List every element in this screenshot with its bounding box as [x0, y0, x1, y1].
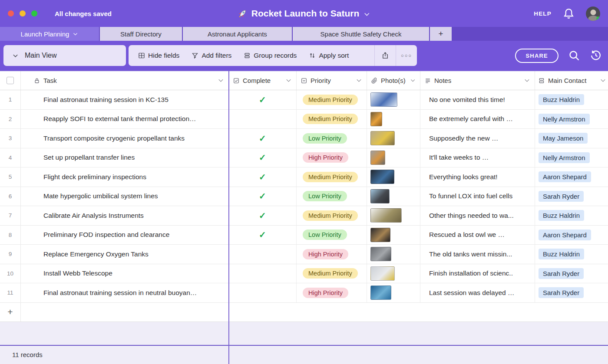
cell-priority[interactable]: Medium Priority	[297, 110, 367, 129]
cell-complete[interactable]	[229, 283, 297, 302]
cell-photos[interactable]	[367, 206, 420, 225]
photo-thumbnail[interactable]	[370, 208, 402, 223]
column-header-photos[interactable]: Photo(s)	[367, 71, 420, 90]
tab-launch-planning[interactable]: Launch Planning	[0, 27, 99, 41]
table-row[interactable]: 9 Replace Emergency Oxygen Tanks High Pr…	[0, 245, 608, 264]
table-row[interactable]: 11 Final astronaut training session in n…	[0, 283, 608, 303]
cell-complete[interactable]: ✓	[229, 187, 297, 206]
photo-thumbnail[interactable]	[370, 92, 397, 107]
cell-priority[interactable]: Low Priority	[297, 226, 367, 245]
help-button[interactable]: HELP	[534, 10, 552, 17]
tab-staff-directory[interactable]: Staff Directory	[100, 27, 182, 41]
cell-priority[interactable]: High Priority	[297, 283, 367, 302]
cell-photos[interactable]	[367, 129, 420, 148]
cell-contact[interactable]: Buzz Haldrin	[535, 90, 608, 109]
cell-task[interactable]: Final astronaut training session in KC-1…	[21, 90, 229, 109]
cell-task[interactable]: Set up propellant transfer lines	[21, 148, 229, 167]
cell-contact[interactable]: Nelly Armstron	[535, 110, 608, 129]
cell-complete[interactable]: ✓	[229, 148, 297, 167]
cell-priority[interactable]: Medium Priority	[297, 90, 367, 109]
photo-thumbnail[interactable]	[370, 170, 394, 184]
table-row[interactable]: 10 Install Webb Telescope Medium Priorit…	[0, 264, 608, 284]
table-row[interactable]: 4 Set up propellant transfer lines ✓ Hig…	[0, 148, 608, 168]
search-icon[interactable]	[568, 49, 580, 62]
window-zoom-button[interactable]	[31, 10, 37, 16]
cell-contact[interactable]: Aaron Shepard	[535, 167, 608, 187]
cell-notes[interactable]: Supposedly the new …	[420, 129, 535, 148]
cell-notes[interactable]: Rescued a lost owl we …	[420, 226, 535, 245]
cell-task[interactable]: Preliminary FOD inspection and clearance	[21, 226, 229, 245]
cell-complete[interactable]	[229, 110, 297, 129]
share-view-button[interactable]	[375, 45, 396, 66]
apply-sort-button[interactable]: Apply sort	[303, 45, 355, 66]
table-row[interactable]: 2 Reapply SOFI to external tank thermal …	[0, 110, 608, 129]
cell-task[interactable]: Reapply SOFI to external tank thermal pr…	[21, 110, 229, 129]
cell-notes[interactable]: To funnel LOX into fuel cells	[420, 187, 535, 206]
history-clock-icon[interactable]	[590, 49, 602, 62]
cell-notes[interactable]: The old tanks went missin...	[420, 245, 535, 264]
column-header-priority[interactable]: Priority	[297, 71, 367, 90]
cell-task[interactable]: Install Webb Telescope	[21, 264, 229, 283]
cell-task[interactable]: Final astronaut training session in neut…	[21, 283, 229, 302]
cell-priority[interactable]: High Priority	[297, 245, 367, 264]
cell-complete[interactable]: ✓	[229, 167, 297, 187]
column-header-task[interactable]: Task	[21, 71, 229, 90]
cell-photos[interactable]	[367, 148, 420, 167]
photo-thumbnail[interactable]	[370, 266, 395, 281]
photo-thumbnail[interactable]	[370, 131, 395, 145]
photo-thumbnail[interactable]	[370, 228, 390, 242]
cell-complete[interactable]: ✓	[229, 90, 297, 109]
add-record-row[interactable]: +	[0, 303, 608, 322]
cell-priority[interactable]: High Priority	[297, 148, 367, 167]
add-record-button[interactable]: +	[0, 303, 21, 321]
cell-complete[interactable]: ✓	[229, 129, 297, 148]
cell-complete[interactable]	[229, 264, 297, 283]
photo-thumbnail[interactable]	[370, 189, 390, 203]
cell-photos[interactable]	[367, 226, 420, 245]
group-records-button[interactable]: Group records	[238, 45, 303, 66]
photo-thumbnail[interactable]	[370, 151, 385, 165]
cell-task[interactable]: Flight deck preliminary inspections	[21, 167, 229, 187]
window-minimize-button[interactable]	[20, 10, 26, 16]
cell-priority[interactable]: Medium Priority	[297, 264, 367, 283]
cell-notes[interactable]: Finish installation of scienc..	[420, 264, 535, 283]
cell-priority[interactable]: Medium Priority	[297, 167, 367, 187]
cell-notes[interactable]: No one vomited this time!	[420, 90, 535, 109]
cell-contact[interactable]: Aaron Shepard	[535, 226, 608, 245]
cell-complete[interactable]: ✓	[229, 206, 297, 225]
cell-task[interactable]: Transport composite cryogenic propellant…	[21, 129, 229, 148]
column-header-complete[interactable]: Complete	[229, 71, 297, 90]
cell-contact[interactable]: Buzz Haldrin	[535, 245, 608, 264]
cell-priority[interactable]: Low Priority	[297, 129, 367, 148]
cell-complete[interactable]: ✓	[229, 226, 297, 245]
cell-photos[interactable]	[367, 264, 420, 283]
select-all-checkbox[interactable]	[7, 77, 14, 84]
notifications-bell-icon[interactable]	[563, 8, 575, 20]
photo-thumbnail[interactable]	[370, 247, 391, 261]
cell-task[interactable]: Calibrate Air Analysis Instruments	[21, 206, 229, 225]
table-row[interactable]: 5 Flight deck preliminary inspections ✓ …	[0, 167, 608, 187]
cell-contact[interactable]: Sarah Ryder	[535, 187, 608, 206]
window-close-button[interactable]	[8, 10, 14, 16]
cell-notes[interactable]: Everything looks great!	[420, 167, 535, 187]
cell-notes[interactable]: Other things needed to wa...	[420, 206, 535, 225]
cell-contact[interactable]: Sarah Ryder	[535, 283, 608, 302]
column-header-notes[interactable]: Notes	[420, 71, 535, 90]
cell-contact[interactable]: Buzz Haldrin	[535, 206, 608, 225]
avatar[interactable]	[586, 7, 600, 21]
cell-contact[interactable]: May Jameson	[535, 129, 608, 148]
cell-notes[interactable]: It'll take weeks to …	[420, 148, 535, 167]
cell-complete[interactable]	[229, 245, 297, 264]
cell-task[interactable]: Mate hypergolic umbilical system lines	[21, 187, 229, 206]
photo-thumbnail[interactable]	[370, 112, 382, 126]
share-button[interactable]: SHARE	[515, 49, 558, 63]
cell-notes[interactable]: Last session was delayed …	[420, 283, 535, 302]
cell-photos[interactable]	[367, 167, 420, 187]
cell-priority[interactable]: Medium Priority	[297, 206, 367, 225]
table-row[interactable]: 7 Calibrate Air Analysis Instruments ✓ M…	[0, 206, 608, 226]
cell-photos[interactable]	[367, 90, 420, 109]
cell-contact[interactable]: Sarah Ryder	[535, 264, 608, 283]
cell-priority[interactable]: Low Priority	[297, 187, 367, 206]
tab-astronaut-applicants[interactable]: Astronaut Applicants	[183, 27, 292, 41]
view-switcher[interactable]: Main View	[3, 45, 126, 66]
